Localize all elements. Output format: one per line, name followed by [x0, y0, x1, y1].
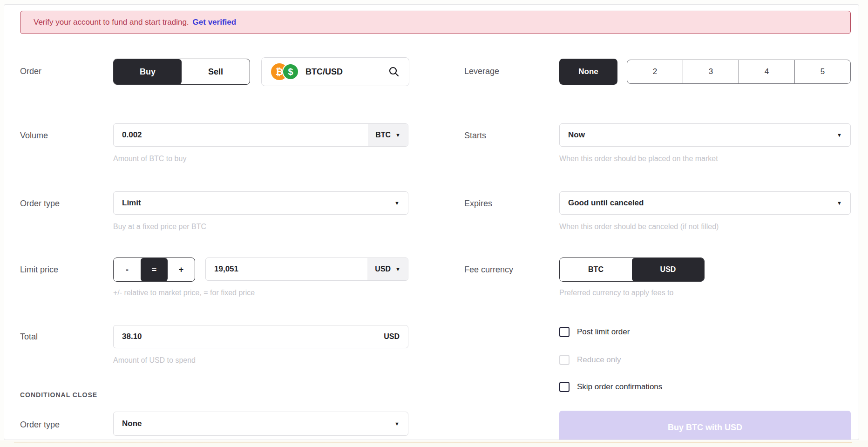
skip-confirmations-label: Skip order confirmations	[577, 382, 662, 392]
volume-hint: Amount of BTC to buy	[113, 155, 186, 163]
limit-price-hint: +/- relative to market price, = for fixe…	[113, 289, 255, 297]
conditional-close-header: CONDITIONAL CLOSE	[20, 391, 97, 399]
total-hint: Amount of USD to spend	[113, 356, 196, 365]
skip-confirmations-checkbox-row[interactable]: Skip order confirmations	[559, 382, 662, 392]
total-label: Total	[20, 332, 38, 342]
cc-order-type-dropdown[interactable]: None ▼	[113, 412, 408, 436]
buy-sell-toggle: Buy Sell	[113, 59, 250, 85]
fee-currency-label: Fee currency	[464, 265, 513, 275]
page-bottom-strip	[0, 440, 868, 447]
chevron-down-icon: ▼	[837, 132, 842, 138]
total-unit: USD	[384, 332, 408, 341]
chevron-down-icon: ▼	[394, 200, 400, 206]
fee-currency-btc[interactable]: BTC	[560, 258, 632, 281]
limit-plus-button[interactable]: +	[168, 258, 195, 281]
order-form-panel: Verify your account to fund and start tr…	[4, 4, 859, 440]
starts-label: Starts	[464, 131, 486, 141]
expires-hint: When this order should be canceled (if n…	[559, 223, 719, 231]
reduce-only-label: Reduce only	[577, 355, 621, 365]
starts-dropdown[interactable]: Now ▼	[559, 123, 851, 147]
cc-order-type-value: None	[122, 419, 142, 428]
volume-input[interactable]	[114, 124, 368, 146]
chevron-down-icon: ▼	[837, 200, 842, 206]
usd-coin-icon: $	[282, 63, 299, 80]
leverage-option-5[interactable]: 5	[794, 60, 850, 83]
starts-value: Now	[568, 130, 585, 140]
cc-order-type-label: Order type	[20, 420, 60, 430]
limit-price-field: USD ▼	[205, 257, 408, 281]
limit-equals-button[interactable]: =	[141, 258, 168, 281]
order-type-dropdown[interactable]: Limit ▼	[113, 191, 408, 215]
chevron-down-icon: ▼	[395, 266, 400, 272]
sell-tab[interactable]: Sell	[182, 59, 250, 84]
fee-currency-usd[interactable]: USD	[632, 258, 704, 281]
buy-tab[interactable]: Buy	[114, 59, 182, 84]
expires-dropdown[interactable]: Good until canceled ▼	[559, 191, 851, 215]
leverage-option-3[interactable]: 3	[683, 60, 739, 83]
pair-selector[interactable]: ₿ $ BTC/USD	[261, 57, 409, 86]
reduce-only-checkbox	[559, 355, 570, 365]
order-type-label: Order type	[20, 199, 60, 209]
leverage-label: Leverage	[464, 67, 499, 76]
post-limit-order-label: Post limit order	[577, 327, 630, 337]
pair-name: BTC/USD	[305, 67, 388, 77]
total-field: USD	[113, 325, 408, 348]
leverage-option-4[interactable]: 4	[739, 60, 794, 83]
verify-banner: Verify your account to fund and start tr…	[20, 11, 851, 34]
expires-label: Expires	[464, 199, 492, 209]
limit-price-unit: USD	[375, 265, 391, 273]
chevron-down-icon: ▼	[394, 421, 400, 427]
leverage-option-2[interactable]: 2	[627, 60, 683, 83]
buy-submit-button[interactable]: Buy BTC with USD	[559, 411, 851, 440]
skip-confirmations-checkbox[interactable]	[559, 382, 570, 392]
bottom-accent-line	[14, 442, 852, 443]
total-input[interactable]	[114, 325, 384, 348]
starts-hint: When this order should be placed on the …	[559, 155, 718, 163]
limit-price-unit-dropdown[interactable]: USD ▼	[367, 258, 408, 280]
limit-price-mode-toggle: - = +	[113, 257, 195, 282]
order-label: Order	[20, 67, 41, 76]
order-type-hint: Buy at a fixed price per BTC	[113, 223, 206, 231]
fee-currency-hint: Preferred currency to apply fees to	[559, 289, 673, 297]
volume-unit: BTC	[375, 131, 391, 139]
order-type-value: Limit	[122, 198, 141, 208]
limit-price-input[interactable]	[206, 258, 367, 280]
search-icon	[388, 66, 400, 77]
chevron-down-icon: ▼	[395, 132, 400, 138]
volume-label: Volume	[20, 131, 48, 141]
expires-value: Good until canceled	[568, 198, 644, 208]
reduce-only-checkbox-row: Reduce only	[559, 355, 621, 365]
leverage-none-button[interactable]: None	[559, 59, 617, 85]
volume-field: BTC ▼	[113, 123, 408, 147]
post-limit-order-checkbox-row[interactable]: Post limit order	[559, 327, 630, 337]
post-limit-order-checkbox[interactable]	[559, 327, 570, 337]
get-verified-link[interactable]: Get verified	[193, 18, 237, 27]
fee-currency-toggle: BTC USD	[559, 257, 705, 282]
limit-minus-button[interactable]: -	[114, 258, 141, 281]
volume-unit-dropdown[interactable]: BTC ▼	[368, 124, 408, 146]
limit-price-label: Limit price	[20, 265, 58, 275]
verify-banner-message: Verify your account to fund and start tr…	[34, 18, 189, 27]
leverage-options-group: 2 3 4 5	[627, 60, 851, 84]
